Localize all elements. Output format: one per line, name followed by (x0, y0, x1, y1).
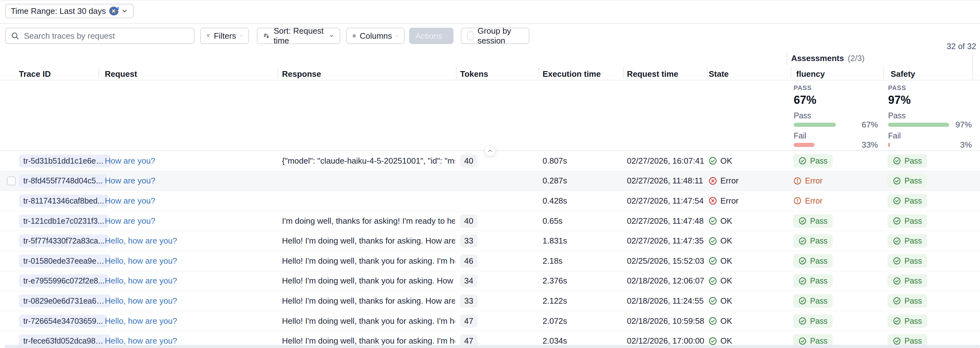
stat-label: Pass (794, 111, 878, 120)
group-by-session-button[interactable]: Group by session (461, 28, 529, 44)
fluency-label: Error (805, 196, 822, 205)
safety-badge: Pass (888, 254, 927, 268)
state-label: OK (721, 336, 732, 346)
safety-summary: PASS 97% Pass 97% Fail 3% (888, 84, 972, 147)
pass-circle-check-icon (798, 156, 807, 165)
fluency-label: Pass (810, 296, 828, 305)
ok-circle-check-icon (708, 256, 718, 265)
row-checkbox[interactable] (7, 176, 16, 185)
col-header-trace-id[interactable]: Trace ID (19, 69, 51, 79)
response-text: Hello! I'm doing well, thanks for asking… (282, 236, 455, 246)
request-link[interactable]: Hello, how are you? (105, 336, 177, 346)
error-circle-x-icon (708, 176, 718, 186)
assessments-left-divider (787, 52, 788, 65)
state-badge: OK (708, 271, 784, 291)
table-row[interactable]: tr-726654e34703659... Hello, how are you… (0, 311, 980, 331)
trace-id-pill[interactable]: tr-5f77f4330f72a83ca... (19, 234, 109, 247)
table-row[interactable]: tr-01580ede37eea9ec... Hello, how are yo… (0, 251, 980, 271)
stat-label: Fail (794, 131, 878, 140)
trace-id-pill[interactable]: tr-811741346caf8bed... (19, 194, 108, 207)
chevron-down-icon (446, 33, 447, 39)
stat-value: 97% (955, 120, 972, 130)
safety-label: Pass (904, 276, 922, 285)
assessments-title: Assessments (791, 54, 844, 63)
fluency-label: Pass (810, 256, 828, 265)
table-row[interactable]: tr-0829e0e6d731ea64... Hello, how are yo… (0, 291, 980, 311)
request-link[interactable]: Hello, how are you? (105, 276, 177, 286)
col-header-safety[interactable]: Safety (891, 69, 915, 79)
ok-circle-check-icon (708, 236, 718, 246)
state-badge: OK (708, 151, 784, 171)
fluency-badge: Pass (793, 294, 833, 308)
table-row[interactable]: tr-811741346caf8bed... How are you? 0.42… (0, 191, 980, 211)
request-link[interactable]: How are you? (105, 216, 155, 226)
request-time-value: 02/27/2026, 11:47:35 (627, 231, 707, 251)
col-header-state[interactable]: State (709, 69, 729, 79)
trace-id-pill[interactable]: tr-0829e0e6d731ea64... (19, 294, 111, 307)
trace-id-pill[interactable]: tr-5d31b51dd1c1e6e1... (19, 154, 111, 167)
pass-circle-check-icon (892, 156, 901, 165)
filters-button[interactable]: Filters (200, 28, 249, 44)
request-link[interactable]: Hello, how are you? (105, 316, 177, 326)
trace-id-pill[interactable]: tr-121cdb1e7c0231f3... (19, 215, 108, 227)
refresh-icon (109, 6, 120, 17)
state-label: OK (721, 276, 732, 286)
request-link[interactable]: Hello, how are you? (105, 256, 177, 266)
state-badge: Error (708, 191, 784, 211)
safety-label: Pass (904, 256, 922, 265)
group-by-session-checkbox[interactable] (467, 32, 474, 40)
fluency-pass-caption: PASS (794, 84, 878, 92)
col-header-fluency[interactable]: fluency (796, 69, 825, 79)
traces-page: { "colors": { "accent_blue": "#2e6be5", … (0, 0, 980, 348)
trace-id-pill[interactable]: tr-8fd455f7748d04c5... (19, 174, 107, 187)
safety-badge: Pass (888, 174, 927, 188)
table-row[interactable]: tr-121cdb1e7c0231f3... How are you? I'm … (0, 211, 980, 231)
state-label: Error (721, 196, 739, 206)
safety-label: Pass (904, 216, 922, 226)
fluency-badge: Pass (793, 234, 833, 248)
request-link[interactable]: Hello, how are you? (105, 296, 177, 306)
sort-button[interactable]: Sort: Request time (257, 28, 340, 44)
execution-time-value: 0.807s (542, 151, 621, 171)
request-link[interactable]: How are you? (105, 176, 155, 186)
request-link[interactable]: How are you? (105, 196, 155, 206)
refresh-button[interactable] (109, 6, 120, 17)
request-link[interactable]: How are you? (105, 156, 155, 166)
pass-circle-check-icon (892, 316, 901, 325)
col-header-execution-time[interactable]: Execution time (542, 69, 601, 79)
execution-time-value: 2.122s (542, 291, 621, 311)
ok-circle-check-icon (708, 216, 718, 226)
chevron-up-icon (487, 148, 493, 154)
response-text: Hello! I'm doing well, thank you for ask… (282, 276, 455, 286)
request-time-value: 02/18/2026, 11:24:55 (627, 291, 707, 311)
collapse-summary-button[interactable] (485, 146, 495, 156)
chevron-down-icon (396, 33, 398, 39)
columns-button[interactable]: Columns (346, 28, 405, 44)
execution-time-value: 2.376s (542, 271, 621, 291)
search-input[interactable] (24, 31, 189, 41)
col-header-request[interactable]: Request (105, 69, 137, 79)
tokens-badge: 33 (460, 294, 477, 307)
horizontal-scrollbar[interactable] (5, 345, 980, 348)
chevron-down-icon (240, 33, 243, 39)
trace-id-pill[interactable]: tr-726654e34703659... (19, 315, 107, 327)
table-row[interactable]: tr-8fd455f7748d04c5... How are you? 0.28… (0, 171, 980, 191)
fluency-pass-stat: Pass 67% (794, 111, 878, 127)
trace-id-pill[interactable]: tr-01580ede37eea9ec... (19, 254, 111, 267)
sort-icon (263, 32, 270, 40)
safety-badge: Pass (888, 234, 927, 248)
col-header-response[interactable]: Response (282, 69, 321, 79)
col-header-tokens[interactable]: Tokens (460, 69, 488, 79)
table-row[interactable]: tr-e7955996c072f2e8... Hello, how are yo… (0, 271, 980, 291)
assessments-count: (2/3) (848, 54, 864, 63)
request-link[interactable]: Hello, how are you? (105, 236, 177, 246)
request-time-value: 02/27/2026, 16:07:41 (627, 151, 707, 171)
search-icon (11, 32, 19, 40)
search-box[interactable] (5, 28, 194, 44)
request-time-value: 02/18/2026, 10:59:58 (627, 311, 707, 331)
table-row[interactable]: tr-5f77f4330f72a83ca... Hello, how are y… (0, 231, 980, 251)
safety-label: Pass (904, 156, 922, 165)
col-header-request-time[interactable]: Request time (627, 69, 678, 79)
trace-id-pill[interactable]: tr-e7955996c072f2e8... (19, 274, 109, 287)
fluency-badge: Error (793, 196, 822, 205)
